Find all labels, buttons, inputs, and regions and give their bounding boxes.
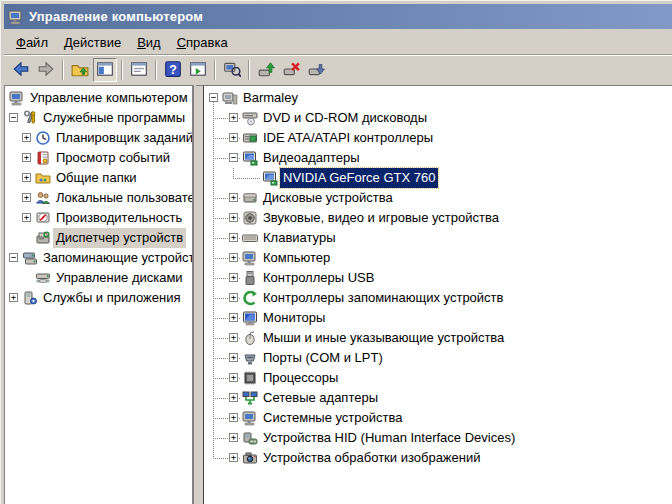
expand-toggle[interactable]: + <box>229 373 238 382</box>
menu-file[interactable]: Файл <box>8 32 56 53</box>
tree-item-services-apps[interactable]: +Службы и приложения <box>5 288 192 308</box>
expand-toggle[interactable]: + <box>229 113 238 122</box>
expand-toggle[interactable]: + <box>229 313 238 322</box>
tree-item-label: Контроллеры запоминающих устройств <box>260 288 506 308</box>
menu-action[interactable]: Действие <box>56 32 129 53</box>
expand-toggle[interactable]: + <box>229 253 238 262</box>
tree-item-ide-controllers[interactable]: +IDE ATA/ATAPI контроллеры <box>204 128 672 148</box>
expand-toggle[interactable]: + <box>229 413 238 422</box>
tree-item-label: Служебные программы <box>40 108 188 128</box>
console-tree-button[interactable] <box>93 58 117 82</box>
menu-help[interactable]: Справка <box>169 32 236 53</box>
expand-toggle[interactable]: + <box>22 173 31 182</box>
toolbar-separator <box>214 60 216 80</box>
tree-item-task-scheduler[interactable]: +Планировщик заданий <box>5 128 192 148</box>
tree-item-network-adapters[interactable]: +Сетевые адаптеры <box>204 388 672 408</box>
tree-item-device-manager[interactable]: Диспетчер устройств <box>5 228 192 248</box>
sharedfolder-icon <box>35 170 51 186</box>
tree-item-keyboards[interactable]: +Клавиатуры <box>204 228 672 248</box>
disable-device-button[interactable] <box>279 58 303 82</box>
tree-item-video-adapters[interactable]: −Видеоадаптеры <box>204 148 672 168</box>
tree-item-label: Производительность <box>53 208 185 228</box>
tree-item-disk-drives[interactable]: +Дисковые устройства <box>204 188 672 208</box>
properties-button[interactable] <box>127 58 151 82</box>
expand-toggle[interactable]: + <box>229 133 238 142</box>
tree-item-sound-video-game[interactable]: +Звуковые, видео и игровые устройства <box>204 208 672 228</box>
uninstall-device-button[interactable] <box>304 58 328 82</box>
tree-item-monitors[interactable]: +Мониторы <box>204 308 672 328</box>
tree-item-label: Диспетчер устройств <box>53 228 186 248</box>
expand-toggle[interactable]: + <box>229 353 238 362</box>
tree-item-label: Просмотр событий <box>53 148 173 168</box>
expand-toggle[interactable]: + <box>22 193 31 202</box>
tree-item-label: Порты (COM и LPT) <box>260 348 386 368</box>
tree-item-storage-controllers[interactable]: +Контроллеры запоминающих устройств <box>204 288 672 308</box>
collapse-toggle[interactable]: − <box>229 153 238 162</box>
tree-item-usb-controllers[interactable]: +Контроллеры USB <box>204 268 672 288</box>
expand-toggle[interactable]: + <box>229 393 238 402</box>
tree-item-storage-node[interactable]: −Запоминающие устройства <box>5 248 192 268</box>
imaging-icon <box>242 450 258 466</box>
ide-icon <box>242 130 258 146</box>
device-tree-pane[interactable]: −Barmaley+DVD и CD-ROM дисководы+IDE ATA… <box>203 85 672 504</box>
tree-item-computer-management-root[interactable]: Управление компьютером <box>5 88 192 108</box>
expand-toggle[interactable]: + <box>22 153 31 162</box>
tree-item-label: NVIDIA GeForce GTX 760 <box>280 168 438 188</box>
up-one-level-button[interactable] <box>68 58 92 82</box>
tree-item-label: Компьютер <box>260 248 333 268</box>
computer-icon <box>242 410 258 426</box>
storctrl-icon <box>242 290 258 306</box>
tree-item-nvidia-geforce-gtx-760[interactable]: NVIDIA GeForce GTX 760 <box>204 168 672 188</box>
console-tree-pane[interactable]: Управление компьютером−Служебные програм… <box>4 85 194 504</box>
tree-item-imaging-devices[interactable]: +Устройства обработки изображений <box>204 448 672 468</box>
expand-toggle[interactable]: + <box>22 133 31 142</box>
collapse-toggle[interactable]: − <box>9 253 18 262</box>
collapse-toggle[interactable]: − <box>9 113 18 122</box>
tree-item-hid-devices[interactable]: +Устройства HID (Human Interface Devices… <box>204 428 672 448</box>
menu-view[interactable]: Вид <box>129 32 169 53</box>
expand-toggle[interactable]: + <box>229 193 238 202</box>
svg-text:?: ? <box>169 62 177 76</box>
tree-item-dvd-cdrom-drives[interactable]: +DVD и CD-ROM дисководы <box>204 108 672 128</box>
window-title: Управление компьютером <box>29 9 203 24</box>
tree-item-local-users-groups[interactable]: +Локальные пользователи <box>5 188 192 208</box>
computer-icon <box>9 90 25 106</box>
back-button[interactable] <box>9 58 33 82</box>
performance-icon <box>35 210 51 226</box>
tree-item-event-viewer[interactable]: +Просмотр событий <box>5 148 192 168</box>
expand-toggle[interactable]: + <box>229 273 238 282</box>
expand-toggle[interactable]: + <box>229 333 238 342</box>
tree-item-ports-com-lpt[interactable]: +Порты (COM и LPT) <box>204 348 672 368</box>
expand-toggle[interactable]: + <box>229 453 238 462</box>
new-window-button[interactable] <box>186 58 210 82</box>
expand-toggle[interactable]: + <box>229 213 238 222</box>
collapse-toggle[interactable]: − <box>209 93 218 102</box>
expand-toggle[interactable]: + <box>22 213 31 222</box>
expand-toggle[interactable]: + <box>229 293 238 302</box>
window-icon <box>8 9 24 25</box>
help-button[interactable]: ? <box>161 58 185 82</box>
tree-item-disk-management[interactable]: Управление дисками <box>5 268 192 288</box>
tree-item-barmaley[interactable]: −Barmaley <box>204 88 672 108</box>
expand-toggle[interactable]: + <box>229 433 238 442</box>
title-bar[interactable]: Управление компьютером <box>4 4 672 29</box>
tree-item-label: Запоминающие устройства <box>40 248 194 268</box>
tree-item-system-tools[interactable]: −Служебные программы <box>5 108 192 128</box>
scan-hardware-button[interactable] <box>220 58 244 82</box>
tree-item-system-devices[interactable]: +Системные устройства <box>204 408 672 428</box>
pc-icon <box>222 90 238 106</box>
expand-toggle[interactable]: + <box>9 293 18 302</box>
tree-item-shared-folders[interactable]: +Общие папки <box>5 168 192 188</box>
tree-item-label: Barmaley <box>240 88 301 108</box>
tree-item-label: Контроллеры USB <box>260 268 377 288</box>
forward-button[interactable] <box>34 58 58 82</box>
update-driver-button[interactable] <box>254 58 278 82</box>
expand-toggle[interactable]: + <box>229 233 238 242</box>
tree-item-computer[interactable]: +Компьютер <box>204 248 672 268</box>
tree-item-mice[interactable]: +Мыши и иные указывающие устройства <box>204 328 672 348</box>
tree-item-processors[interactable]: +Процессоры <box>204 368 672 388</box>
pane-splitter[interactable] <box>196 85 203 504</box>
tree-item-performance[interactable]: +Производительность <box>5 208 192 228</box>
storage-icon <box>22 250 38 266</box>
tree-item-label: Локальные пользователи <box>53 188 194 208</box>
